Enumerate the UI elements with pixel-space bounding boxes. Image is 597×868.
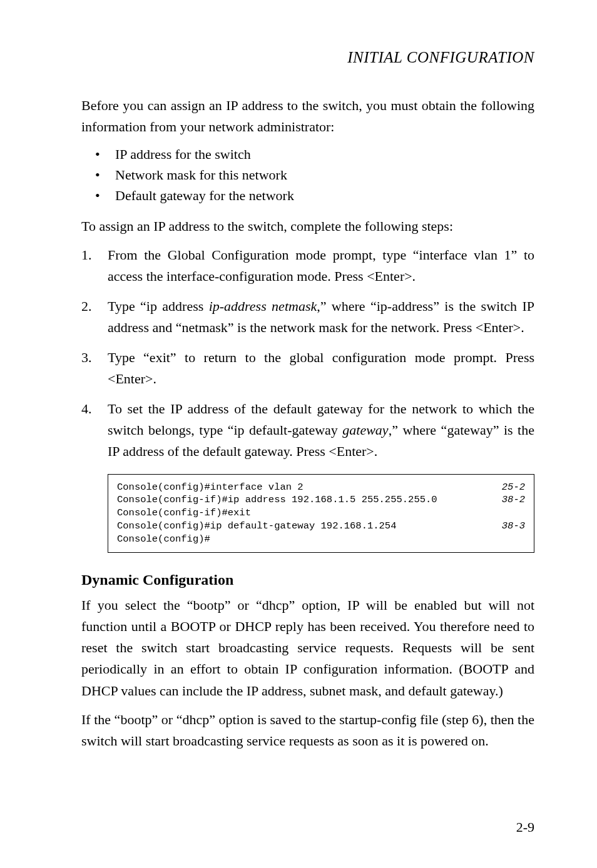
code-line: Console(config-if)#ip address 192.168.1.… — [117, 494, 437, 505]
list-item: To set the IP address of the default gat… — [81, 398, 534, 462]
code-ref: 38-2 — [502, 493, 525, 507]
code-line: Console(config)# — [117, 533, 210, 545]
code-line: Console(config-if)#exit — [117, 507, 251, 518]
steps-list: From the Global Configuration mode promp… — [81, 245, 534, 463]
page-number: 2-9 — [516, 819, 534, 835]
step-text: Type “exit” to return to the global conf… — [108, 350, 534, 386]
lead-paragraph: To assign an IP address to the switch, c… — [81, 216, 534, 237]
section-heading: Dynamic Configuration — [81, 572, 534, 588]
list-item: Default gateway for the network — [81, 186, 534, 206]
list-item: Network mask for this network — [81, 166, 534, 185]
list-item: Type “exit” to return to the global conf… — [81, 347, 534, 390]
step-text: From the Global Configuration mode promp… — [108, 247, 534, 284]
code-line: Console(config)#interface vlan 2 — [117, 482, 304, 493]
list-item: Type “ip address ip-address netmask,” wh… — [81, 296, 534, 338]
code-line: Console(config)#ip default-gateway 192.1… — [117, 520, 396, 532]
step-italic: gateway — [342, 422, 388, 438]
step-italic: ip-address netmask — [209, 298, 317, 314]
bullet-list: IP address for the switch Network mask f… — [81, 145, 534, 205]
body-paragraph: If the “bootp” or “dhcp” option is saved… — [81, 709, 534, 752]
list-item: From the Global Configuration mode promp… — [81, 245, 534, 287]
intro-paragraph: Before you can assign an IP address to t… — [81, 95, 534, 138]
code-block: 25-2Console(config)#interface vlan 2 38-… — [108, 474, 534, 553]
list-item: IP address for the switch — [81, 145, 534, 164]
step-text: Type “ip address — [108, 298, 209, 314]
code-ref: 25-2 — [502, 481, 525, 494]
chapter-title: INITIAL CONFIGURATION — [81, 49, 534, 66]
body-paragraph: If you select the “bootp” or “dhcp” opti… — [81, 595, 534, 701]
code-ref: 38-3 — [502, 520, 525, 533]
